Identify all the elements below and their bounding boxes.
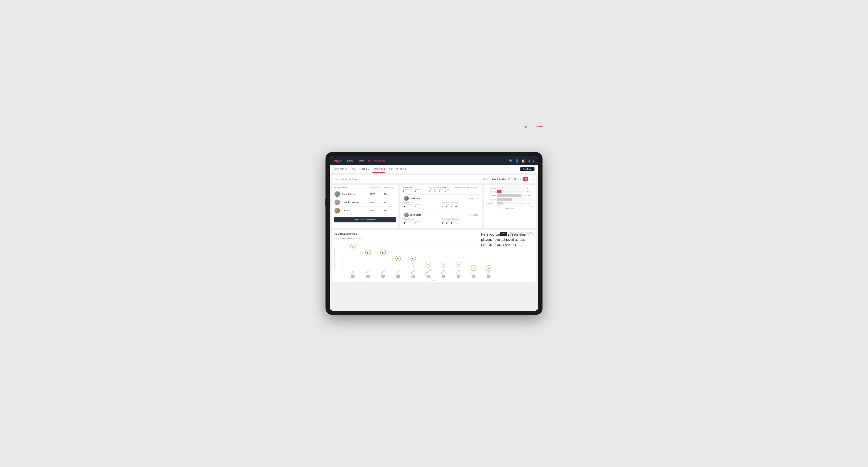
rounds-header: Total Rounds Tournament7 Practice6 — [403, 187, 428, 192]
card-header: Rees Britt 02 Sep 2023 — [404, 196, 478, 201]
view-icons: ⊞ ☰ ▤ ↕ — [513, 177, 533, 181]
bar-label: Eagles — [486, 187, 496, 189]
avatar: 1 — [335, 191, 340, 197]
svg-text:7x: 7x — [352, 246, 354, 248]
bar-fill — [497, 194, 522, 197]
svg-text:5: 5 — [342, 257, 343, 259]
bell-icon[interactable]: 🔔 — [521, 159, 525, 163]
grid-view-btn[interactable]: ⊞ — [513, 177, 517, 181]
chart-title: Total Shots — [486, 208, 534, 210]
svg-text:R. Britt: R. Britt — [411, 270, 415, 274]
player-card-rees: Rees Britt 02 Sep 2023 Total Rounds Tour… — [402, 194, 480, 210]
avatar-icon[interactable]: ● — [533, 159, 534, 163]
x-label-0: 0 — [497, 206, 498, 207]
period-select[interactable]: Last 3 months Last 6 months Last year — [490, 177, 511, 181]
table-row: 2 Edward Crossman 18/20 107 — [334, 198, 396, 207]
bar-container — [497, 190, 526, 193]
show-label: Show — [483, 178, 488, 180]
subnav-all-players[interactable]: All Players — [396, 165, 406, 173]
settings-icon[interactable]: ⚙ — [527, 159, 530, 163]
view-leaderboard-button[interactable]: View Full Leaderboard — [334, 217, 396, 222]
table-view-btn[interactable]: ↕ — [529, 177, 533, 181]
table-row: 3 Cameron... 17/20 103 — [334, 207, 396, 215]
nav-teams[interactable]: Teams — [357, 160, 364, 162]
svg-text:5x: 5x — [412, 258, 414, 260]
bar-chart: Eagles 3 Birdies — [486, 187, 534, 205]
bar-label: Pars — [486, 195, 496, 197]
rank-badge: 3 — [338, 212, 340, 214]
card-rounds: Total Rounds Tournament7 Practice2 — [404, 218, 440, 224]
nav-my-performance[interactable]: My Performance — [368, 160, 385, 162]
svg-text:4x: 4x — [458, 264, 460, 266]
card-rounds: Total Rounds Tournament8 Practice4 — [404, 201, 440, 208]
svg-text:D. Billingham: D. Billingham — [379, 268, 386, 276]
sub-nav: PGAT Players PGA Hcaps 1-5 Team Clippd T… — [330, 165, 538, 173]
add-team-button[interactable]: Add Team — [520, 167, 534, 171]
bar-container — [497, 194, 526, 197]
svg-text:5x: 5x — [397, 258, 399, 260]
bar-value: 499 — [527, 195, 534, 197]
show-controls: Show Last 3 months Last 6 months Last ye… — [483, 177, 533, 181]
svg-text:3x: 3x — [488, 268, 490, 270]
bar-fill — [497, 190, 501, 193]
subnav-pga[interactable]: PGA — [351, 165, 355, 173]
pb-score: 17/20 — [370, 210, 384, 212]
bar-label: D. Bogeys + — [486, 202, 496, 204]
x-label-200: 200 — [513, 206, 516, 207]
content-grid: PLAYER NAME PB SCORE PB AVG SQ 1 Richard… — [332, 185, 536, 228]
search-icon[interactable]: 🔍 — [509, 159, 513, 163]
bar-value: 131 — [527, 202, 534, 204]
svg-text:7: 7 — [342, 246, 343, 247]
pb-score: 18/20 — [370, 201, 384, 204]
team-title: Team Clippd | 14 Players — [335, 178, 360, 181]
streaks-title: Best Round Streaks — [335, 233, 357, 236]
subnav-tour[interactable]: Tour — [388, 165, 393, 173]
svg-text:6: 6 — [342, 251, 343, 253]
card-view-btn[interactable]: ▤ — [523, 177, 528, 181]
card-date: 26 Aug 2023 — [467, 214, 478, 216]
bar-fill — [497, 198, 512, 201]
edit-icon[interactable]: ✏ — [361, 178, 363, 180]
rank-badge: 2 — [338, 203, 340, 205]
team-header: Team Clippd | 14 Players ✏ Show Last 3 m… — [332, 175, 536, 183]
bar-row-bogeys: Bogeys 311 — [486, 198, 534, 201]
subnav-hcaps[interactable]: Hcaps 1-5 — [359, 165, 369, 173]
list-view-btn[interactable]: ☰ — [518, 177, 523, 181]
bar-fill — [497, 187, 497, 189]
subnav-pgat[interactable]: PGAT Players — [334, 165, 347, 173]
svg-point-29 — [396, 275, 400, 278]
round-type-header: Rounds Tournament Practice — [455, 187, 479, 192]
bar-value: 311 — [527, 198, 534, 200]
col-player-name: PLAYER NAME — [335, 187, 370, 189]
svg-point-44 — [441, 275, 445, 278]
svg-text:6x: 6x — [382, 252, 384, 254]
svg-text:3x: 3x — [473, 268, 475, 270]
svg-point-59 — [487, 275, 491, 278]
svg-text:4x: 4x — [442, 264, 445, 266]
sub-nav-links: PGAT Players PGA Hcaps 1-5 Team Clippd T… — [334, 165, 406, 173]
svg-point-19 — [366, 275, 370, 278]
bar-fill — [497, 201, 503, 205]
player-name: Cameron... — [342, 210, 352, 212]
player-info: 2 Edward Crossman — [335, 199, 370, 205]
table-row: 1 Richard Butler 19/20 110 — [334, 190, 396, 198]
pb-avg: 103 — [384, 210, 396, 212]
chart-x-axis: 0 200 400 — [486, 206, 534, 207]
pb-avg: 107 — [384, 201, 396, 204]
svg-text:E. Crossman: E. Crossman — [424, 268, 432, 275]
card-practice: Total Practice Activities OTT0 APP0 ARG0… — [442, 218, 478, 224]
bar-value: 96 — [527, 191, 534, 193]
annotation-text: Here you can see streaks your players ha… — [481, 232, 528, 248]
app-logo: clippd — [334, 159, 342, 163]
subnav-team-clippd[interactable]: Team Clippd — [372, 165, 385, 173]
player-name: Edward Crossman — [342, 201, 359, 204]
card-practice: Total Practice Activities OTT0 APP0 ARG0… — [442, 201, 478, 208]
user-icon[interactable]: 👤 — [515, 159, 519, 163]
card-name-group: Josh Coles — [404, 213, 421, 217]
x-axis-label: Players — [335, 279, 533, 281]
nav-home[interactable]: Home — [347, 160, 353, 162]
svg-text:4: 4 — [342, 263, 343, 265]
chart-panel: Eagles 3 Birdies — [484, 185, 536, 228]
card-avatar — [404, 213, 409, 217]
svg-text:4x: 4x — [427, 264, 430, 266]
